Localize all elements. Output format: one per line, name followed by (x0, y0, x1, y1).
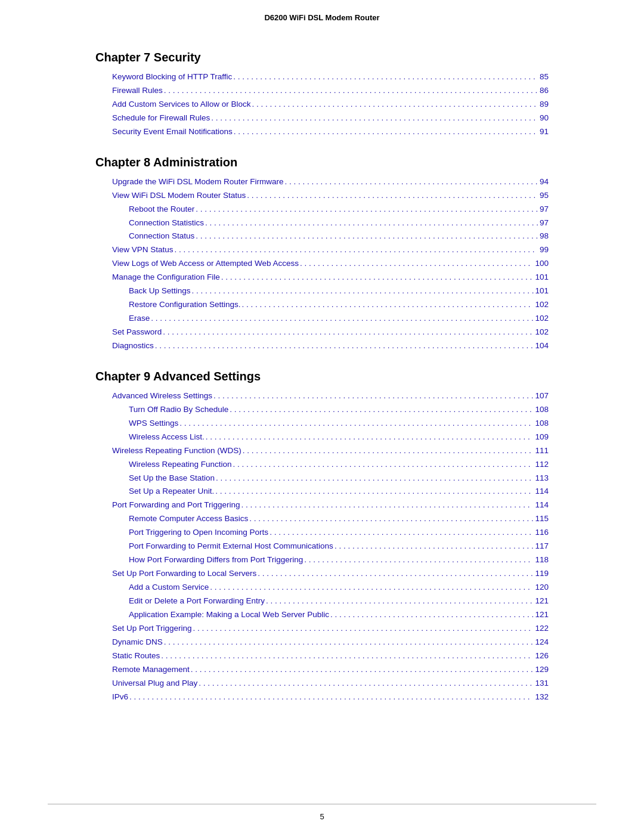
toc-dots: . . . . . . . . . . . . . . . . . . . . … (193, 622, 534, 636)
toc-entry-page: 98 (540, 230, 549, 243)
toc-entry[interactable]: Edit or Delete a Port Forwarding Entry .… (95, 594, 549, 608)
toc-entry[interactable]: Wireless Repeating Function . . . . . . … (95, 458, 549, 472)
toc-entry-label: Edit or Delete a Port Forwarding Entry (129, 594, 265, 608)
toc-entry[interactable]: Restore Configuration Settings. . . . . … (95, 298, 549, 312)
toc-entry-page: 102 (535, 298, 549, 312)
chapter7-section: Chapter 7 Security Keyword Blocking of H… (95, 51, 549, 139)
toc-entry[interactable]: Port Forwarding and Port Triggering . . … (95, 498, 549, 512)
toc-entry-label: Port Forwarding to Permit External Host … (129, 540, 333, 553)
toc-entry-label: Dynamic DNS (112, 636, 163, 649)
toc-entry-page: 118 (535, 553, 549, 567)
toc-entry[interactable]: Upgrade the WiFi DSL Modem Router Firmwa… (95, 175, 549, 189)
toc-entry-page: 101 (535, 271, 549, 284)
toc-entry-page: 97 (540, 203, 549, 216)
toc-entry[interactable]: Wireless Access List. . . . . . . . . . … (95, 431, 549, 444)
toc-entry-label: Static Routes (112, 649, 160, 663)
toc-entry[interactable]: Add a Custom Service . . . . . . . . . .… (95, 581, 549, 594)
toc-entry[interactable]: Universal Plug and Play . . . . . . . . … (95, 677, 549, 690)
toc-entry[interactable]: Wireless Repeating Function (WDS) . . . … (95, 444, 549, 458)
chapter9-entries: Advanced Wireless Settings . . . . . . .… (95, 389, 549, 704)
toc-entry[interactable]: Turn Off Radio By Schedule . . . . . . .… (95, 403, 549, 417)
toc-entry[interactable]: Reboot the Router . . . . . . . . . . . … (95, 203, 549, 216)
toc-dots: . . . . . . . . . . . . . . . . . . . . … (330, 608, 534, 622)
toc-entry-label: Security Event Email Notifications (112, 125, 233, 139)
toc-entry[interactable]: Firewall Rules . . . . . . . . . . . . .… (95, 84, 549, 98)
toc-entry-page: 108 (535, 417, 549, 431)
toc-entry[interactable]: Keyword Blocking of HTTP Traffic . . . .… (95, 70, 549, 84)
toc-entry[interactable]: Erase . . . . . . . . . . . . . . . . . … (95, 312, 549, 326)
toc-entry-page: 132 (535, 690, 549, 704)
toc-entry-page: 108 (535, 403, 549, 417)
toc-dots: . . . . . . . . . . . . . . . . . . . . … (164, 84, 538, 98)
toc-entry-page: 112 (535, 458, 549, 472)
toc-entry[interactable]: Remote Computer Access Basics . . . . . … (95, 512, 549, 526)
toc-dots: . . . . . . . . . . . . . . . . . . . . … (266, 594, 534, 608)
page: D6200 WiFi DSL Modem Router Chapter 7 Se… (0, 0, 644, 833)
footer-page-number: 5 (0, 812, 644, 821)
toc-entry-label: Upgrade the WiFi DSL Modem Router Firmwa… (112, 175, 284, 189)
toc-entry[interactable]: Connection Statistics . . . . . . . . . … (95, 216, 549, 230)
toc-entry-label: Add a Custom Service (129, 581, 209, 594)
toc-entry-label: Wireless Access List. (129, 431, 205, 444)
toc-entry[interactable]: Connection Status . . . . . . . . . . . … (95, 230, 549, 243)
toc-entry[interactable]: Set Up Port Triggering . . . . . . . . .… (95, 622, 549, 636)
chapter9-section: Chapter 9 Advanced Settings Advanced Wir… (95, 370, 549, 704)
toc-entry[interactable]: Manage the Configuration File . . . . . … (95, 271, 549, 284)
toc-dots: . . . . . . . . . . . . . . . . . . . . … (230, 403, 534, 417)
toc-entry-label: Port Triggering to Open Incoming Ports (129, 526, 268, 540)
toc-entry[interactable]: View VPN Status . . . . . . . . . . . . … (95, 243, 549, 257)
toc-entry[interactable]: IPv6 . . . . . . . . . . . . . . . . . .… (95, 690, 549, 704)
toc-dots: . . . . . . . . . . . . . . . . . . . . … (242, 498, 534, 512)
toc-entry-label: Diagnostics (112, 339, 154, 353)
toc-entry-label: Universal Plug and Play (112, 677, 197, 690)
toc-dots: . . . . . . . . . . . . . . . . . . . . … (163, 326, 534, 339)
toc-entry-page: 95 (540, 189, 549, 203)
toc-entry[interactable]: Set Password . . . . . . . . . . . . . .… (95, 326, 549, 339)
toc-entry[interactable]: Back Up Settings . . . . . . . . . . . .… (95, 284, 549, 298)
toc-entry[interactable]: Set Up a Repeater Unit. . . . . . . . . … (95, 485, 549, 498)
toc-entry-label: Back Up Settings (129, 284, 191, 298)
toc-entry-page: 122 (535, 622, 549, 636)
toc-entry[interactable]: Advanced Wireless Settings . . . . . . .… (95, 389, 549, 403)
toc-entry[interactable]: Schedule for Firewall Rules . . . . . . … (95, 112, 549, 125)
toc-entry-label: Keyword Blocking of HTTP Traffic (112, 70, 232, 84)
toc-entry[interactable]: Port Forwarding to Permit External Host … (95, 540, 549, 553)
toc-entry-page: 109 (535, 431, 549, 444)
toc-entry[interactable]: Add Custom Services to Allow or Block . … (95, 98, 549, 112)
toc-entry[interactable]: Port Triggering to Open Incoming Ports .… (95, 526, 549, 540)
toc-entry[interactable]: View WiFi DSL Modem Router Status . . . … (95, 189, 549, 203)
toc-entry[interactable]: Static Routes . . . . . . . . . . . . . … (95, 649, 549, 663)
toc-entry-page: 86 (540, 84, 549, 98)
toc-entry-page: 104 (535, 339, 549, 353)
toc-entry[interactable]: Remote Management . . . . . . . . . . . … (95, 663, 549, 677)
toc-entry[interactable]: How Port Forwarding Differs from Port Tr… (95, 553, 549, 567)
toc-entry[interactable]: Set Up the Base Station . . . . . . . . … (95, 472, 549, 485)
chapter8-title: Chapter 8 Administration (95, 156, 549, 169)
toc-entry-page: 102 (535, 312, 549, 326)
toc-entry-page: 124 (535, 636, 549, 649)
toc-dots: . . . . . . . . . . . . . . . . . . . . … (206, 431, 534, 444)
toc-entry-label: Turn Off Radio By Schedule (129, 403, 228, 417)
chapter8-section: Chapter 8 Administration Upgrade the WiF… (95, 156, 549, 353)
toc-dots: . . . . . . . . . . . . . . . . . . . . … (258, 567, 534, 581)
toc-entry-page: 97 (540, 216, 549, 230)
toc-entry-page: 107 (535, 389, 549, 403)
toc-entry[interactable]: View Logs of Web Access or Attempted Web… (95, 257, 549, 271)
toc-dots: . . . . . . . . . . . . . . . . . . . . … (205, 216, 538, 230)
toc-dots: . . . . . . . . . . . . . . . . . . . . … (161, 649, 534, 663)
toc-dots: . . . . . . . . . . . . . . . . . . . . … (213, 389, 534, 403)
toc-entry[interactable]: Security Event Email Notifications . . .… (95, 125, 549, 139)
toc-entry[interactable]: Application Example: Making a Local Web … (95, 608, 549, 622)
toc-entry-page: 120 (535, 581, 549, 594)
toc-entry[interactable]: WPS Settings . . . . . . . . . . . . . .… (95, 417, 549, 431)
toc-dots: . . . . . . . . . . . . . . . . . . . . … (164, 636, 534, 649)
toc-entry[interactable]: Set Up Port Forwarding to Local Servers … (95, 567, 549, 581)
toc-dots: . . . . . . . . . . . . . . . . . . . . … (196, 203, 538, 216)
toc-entry-page: 117 (535, 540, 549, 553)
toc-entry[interactable]: Diagnostics . . . . . . . . . . . . . . … (95, 339, 549, 353)
chapter7-entries: Keyword Blocking of HTTP Traffic . . . .… (95, 70, 549, 139)
toc-entry-page: 94 (540, 175, 549, 189)
toc-dots: . . . . . . . . . . . . . . . . . . . . … (211, 112, 538, 125)
toc-entry-label: IPv6 (112, 690, 128, 704)
toc-entry[interactable]: Dynamic DNS . . . . . . . . . . . . . . … (95, 636, 549, 649)
